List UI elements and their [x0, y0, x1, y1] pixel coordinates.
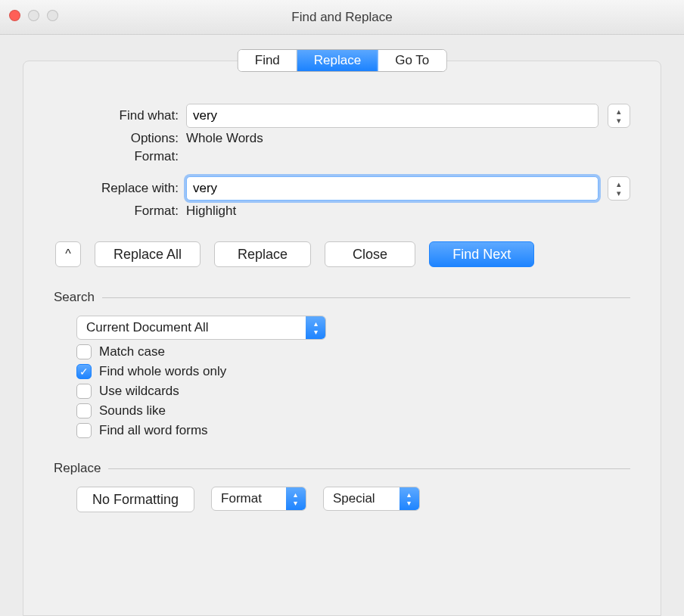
- updown-arrows-icon: ▴▾: [286, 487, 306, 510]
- replace-all-button[interactable]: Replace All: [95, 241, 201, 267]
- special-select-value: Special: [324, 487, 384, 510]
- find-options-label: Options:: [54, 131, 186, 146]
- word-forms-label: Find all word forms: [99, 423, 208, 438]
- find-options-value: Whole Words: [186, 131, 630, 146]
- replace-button[interactable]: Replace: [214, 241, 311, 267]
- whole-words-label: Find whole words only: [99, 364, 226, 379]
- find-what-input[interactable]: [186, 104, 598, 128]
- replace-format-label: Format:: [54, 204, 186, 219]
- find-next-button[interactable]: Find Next: [429, 241, 534, 267]
- collapse-toggle-button[interactable]: ^: [55, 241, 81, 267]
- chevron-down-icon: ▾: [617, 189, 621, 198]
- whole-words-checkbox[interactable]: ✓: [76, 364, 92, 379]
- sounds-like-label: Sounds like: [99, 403, 166, 418]
- chevron-up-icon: ▴: [617, 180, 621, 188]
- updown-arrows-icon: ▴▾: [400, 487, 419, 510]
- format-select-value: Format: [212, 487, 271, 510]
- replace-with-label: Replace with:: [54, 181, 186, 196]
- chevron-up-icon: ▴: [617, 107, 621, 116]
- tab-replace[interactable]: Replace: [297, 50, 378, 71]
- replace-format-value: Highlight: [186, 204, 630, 219]
- close-button[interactable]: Close: [325, 241, 415, 267]
- section-rule: [108, 468, 630, 469]
- mode-tabs: Find Replace Go To: [238, 49, 447, 72]
- replace-section-title: Replace: [54, 461, 101, 476]
- wildcards-label: Use wildcards: [99, 384, 179, 399]
- dialog-panel: Find Replace Go To Find what: ▴ ▾ Option…: [23, 61, 661, 616]
- find-what-label: Find what:: [54, 108, 186, 123]
- find-format-label: Format:: [54, 149, 186, 164]
- replace-history-stepper[interactable]: ▴ ▾: [608, 176, 630, 201]
- no-formatting-button[interactable]: No Formatting: [76, 487, 194, 512]
- sounds-like-checkbox[interactable]: [76, 403, 92, 418]
- wildcards-checkbox[interactable]: [76, 384, 92, 399]
- search-scope-value: Current Document All: [77, 316, 218, 339]
- chevron-up-icon: ^: [65, 247, 71, 261]
- search-section-title: Search: [54, 290, 95, 305]
- find-history-stepper[interactable]: ▴ ▾: [608, 104, 630, 128]
- window-titlebar: Find and Replace: [0, 0, 684, 35]
- format-select[interactable]: Format ▴▾: [211, 487, 306, 511]
- search-scope-select[interactable]: Current Document All ▴▾: [76, 316, 326, 340]
- window-minimize-button[interactable]: [28, 10, 39, 21]
- word-forms-checkbox[interactable]: [76, 423, 92, 438]
- window-title: Find and Replace: [291, 10, 392, 25]
- window-zoom-button[interactable]: [47, 10, 58, 21]
- match-case-checkbox[interactable]: [76, 344, 92, 359]
- window-close-button[interactable]: [9, 10, 20, 21]
- check-icon: ✓: [79, 366, 89, 378]
- tab-find[interactable]: Find: [238, 50, 297, 71]
- window-traffic-lights: [9, 10, 58, 21]
- replace-with-input[interactable]: [186, 176, 598, 201]
- section-rule: [102, 297, 630, 298]
- match-case-label: Match case: [99, 344, 165, 359]
- tab-goto[interactable]: Go To: [378, 50, 446, 71]
- updown-arrows-icon: ▴▾: [306, 316, 325, 339]
- chevron-down-icon: ▾: [617, 117, 621, 125]
- special-select[interactable]: Special ▴▾: [323, 487, 420, 511]
